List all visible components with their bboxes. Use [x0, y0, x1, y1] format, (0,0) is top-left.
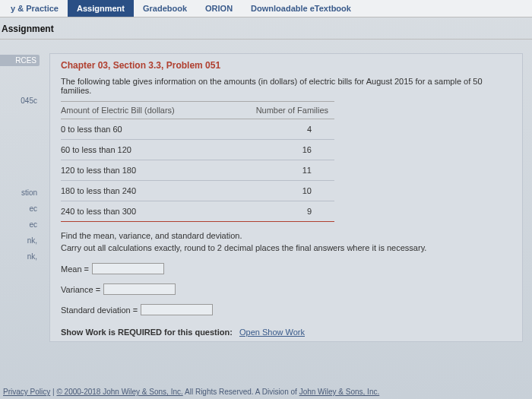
table-header-bill: Amount of Electric Bill (dollars)	[61, 102, 223, 119]
mean-row: Mean =	[61, 263, 511, 274]
sidebar-nk2[interactable]: nk,	[0, 252, 40, 268]
nav-assignment[interactable]: Assignment	[68, 0, 134, 17]
sd-row: Standard deviation =	[61, 304, 511, 315]
sidebar: RCES 045c stion ec ec nk, nk,	[0, 55, 40, 268]
copyright-link[interactable]: © 2000-2018 John Wiley & Sons, Inc.	[56, 388, 182, 396]
sidebar-ec[interactable]: ec	[0, 204, 40, 220]
company-link[interactable]: John Wiley & Sons, Inc.	[299, 388, 380, 396]
privacy-link[interactable]: Privacy Policy	[3, 388, 50, 396]
sidebar-nk[interactable]: nk,	[0, 236, 40, 252]
nav-gradebook[interactable]: Gradebook	[134, 0, 196, 17]
open-show-work-link[interactable]: Open Show Work	[239, 328, 305, 337]
variance-label: Variance =	[61, 285, 100, 294]
variance-input[interactable]	[103, 283, 176, 295]
nav-etextbook[interactable]: Downloadable eTextbook	[242, 0, 360, 17]
table-row: 180 to less than 24010	[61, 181, 334, 201]
show-work: Show Work is REQUIRED for this question:…	[61, 325, 511, 341]
table-row: 240 to less than 3009	[61, 201, 334, 222]
problem-title: Chapter 03, Section 3.3, Problem 051	[61, 60, 511, 71]
sd-input[interactable]	[141, 304, 213, 315]
mean-input[interactable]	[92, 263, 164, 274]
show-work-bold: Show Work is REQUIRED for this question:	[61, 328, 233, 337]
nav-orion[interactable]: ORION	[196, 0, 242, 17]
table-header-families: Number of Families	[223, 102, 334, 119]
top-nav: y & Practice Assignment Gradebook ORION …	[0, 0, 532, 17]
problem-description: The following table gives information on…	[61, 77, 511, 95]
table-row: 0 to less than 604	[61, 119, 334, 140]
sd-label: Standard deviation =	[61, 306, 138, 315]
sidebar-id[interactable]: 045c	[0, 97, 40, 112]
sidebar-rces[interactable]: RCES	[0, 55, 40, 66]
sidebar-stion[interactable]: stion	[0, 188, 40, 204]
data-table: Amount of Electric Bill (dollars) Number…	[61, 101, 334, 222]
mean-label: Mean =	[61, 264, 89, 274]
question-line-1: Find the mean, variance, and standard de…	[61, 231, 511, 240]
sidebar-ec2[interactable]: ec	[0, 220, 40, 236]
variance-row: Variance =	[61, 283, 511, 295]
footer: Privacy Policy | © 2000-2018 John Wiley …	[0, 388, 532, 396]
question-line-2: Carry out all calculations exactly, roun…	[61, 243, 511, 252]
table-row: 60 to less than 12016	[61, 140, 334, 160]
content-panel: Chapter 03, Section 3.3, Problem 051 The…	[49, 53, 523, 342]
table-row: 120 to less than 18011	[61, 160, 334, 181]
page-title: Assignment	[0, 17, 532, 40]
nav-practice[interactable]: y & Practice	[2, 0, 68, 17]
